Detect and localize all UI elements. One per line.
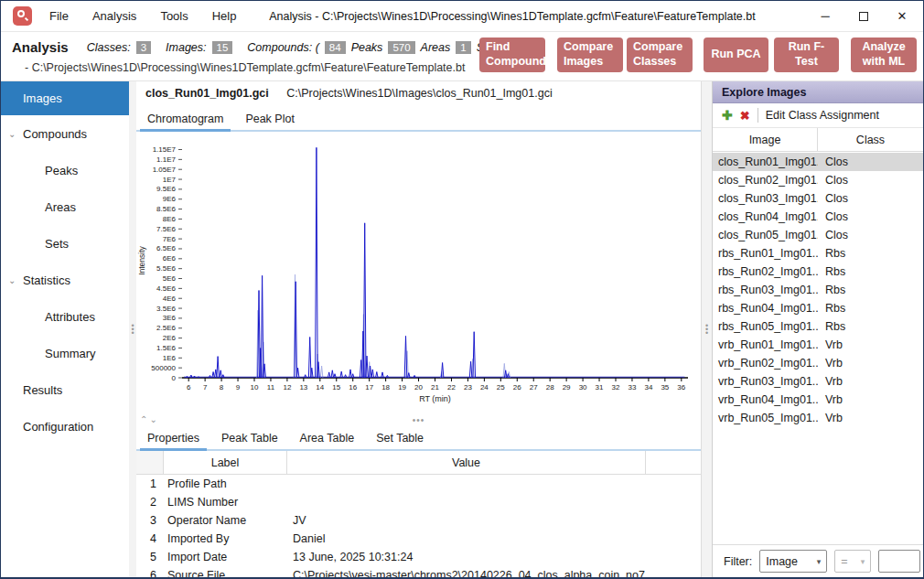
image-row[interactable]: clos_Run01_Img01...Clos	[713, 153, 923, 171]
add-image-icon[interactable]: ✚	[722, 108, 733, 123]
image-name-cell: clos_Run02_Img01...	[713, 174, 818, 187]
chromatogram-chart[interactable]: 05000001E61.5E62E62.5E63E63.5E64E64.5E65…	[136, 134, 701, 412]
svg-text:10: 10	[251, 383, 259, 391]
sidebar-item-compounds[interactable]: ⌄Compounds	[1, 115, 129, 152]
minimize-button[interactable]: ─	[819, 10, 832, 23]
splitter-grip-icon: •••	[413, 415, 425, 425]
collapse-expand-icon[interactable]: ⌃⌄	[140, 414, 159, 424]
property-row-number: 2	[136, 496, 164, 509]
sidebar-item-label: Images	[1, 91, 62, 105]
image-column-header[interactable]: Image	[713, 128, 818, 151]
sidebar-item-areas[interactable]: Areas	[1, 188, 129, 225]
filter-value-input[interactable]	[878, 550, 920, 573]
property-row[interactable]: 3Operator NameJV	[136, 511, 701, 530]
svg-text:6.5E6: 6.5E6	[156, 244, 176, 252]
horizontal-splitter[interactable]: ⌃⌄ •••	[136, 414, 701, 426]
close-button[interactable]: ✕	[896, 10, 908, 23]
sidebar-item-statistics[interactable]: ⌄Statistics	[1, 262, 129, 298]
image-row[interactable]: vrb_Run04_Img01....Vrb	[713, 391, 923, 409]
sidebar-item-configuration[interactable]: Configuration	[1, 408, 129, 445]
menu-item-file[interactable]: File	[38, 9, 81, 23]
compare-classes-button[interactable]: Compare Classes	[627, 38, 693, 72]
sidebar-item-results[interactable]: Results	[1, 371, 129, 408]
tab-chromatogram[interactable]: Chromatogram	[136, 107, 234, 130]
tab-area-table[interactable]: Area Table	[289, 426, 366, 449]
remove-image-icon[interactable]: ✖	[740, 109, 750, 123]
run-pca-button[interactable]: Run PCA	[704, 38, 768, 72]
image-row[interactable]: rbs_Run05_Img01....Rbs	[713, 317, 923, 336]
areas-label: Areas	[421, 41, 451, 54]
svg-text:19: 19	[398, 383, 406, 391]
sidebar-item-sets[interactable]: Sets	[1, 225, 129, 262]
image-detail-panel: clos_Run01_Img01.gci C:\Projects\Wines1D…	[136, 81, 701, 577]
svg-text:6E6: 6E6	[163, 254, 177, 263]
analyze-with-ml-button[interactable]: Analyze with ML	[851, 38, 917, 72]
compare-images-button[interactable]: Compare Images	[557, 38, 623, 72]
chevron-down-icon: ⌄	[8, 129, 16, 139]
label-column-header[interactable]: Label	[164, 451, 287, 474]
value-column-header[interactable]: Value	[287, 451, 646, 474]
class-column-header[interactable]: Class	[818, 128, 923, 151]
image-row[interactable]: rbs_Run02_Img01....Rbs	[713, 263, 923, 281]
sidebar-splitter[interactable]: •••	[129, 81, 136, 577]
image-class-cell: Vrb	[818, 412, 923, 424]
tab-peak-plot[interactable]: Peak Plot	[234, 107, 306, 130]
svg-text:Intensity: Intensity	[137, 245, 146, 274]
filter-operator-select[interactable]: =▾	[834, 550, 871, 573]
property-label: Source File	[164, 569, 287, 577]
image-row[interactable]: rbs_Run03_Img01....Rbs	[713, 281, 923, 299]
svg-text:24: 24	[480, 383, 489, 391]
image-row[interactable]: rbs_Run01_Img01....Rbs	[713, 244, 923, 263]
property-row[interactable]: 2LIMS Number	[136, 493, 701, 511]
sidebar-item-label: Areas	[1, 200, 76, 214]
property-value: JV	[287, 514, 646, 527]
image-row[interactable]: clos_Run05_Img01...Clos	[713, 226, 923, 244]
image-name-cell: rbs_Run02_Img01....	[713, 265, 818, 278]
image-name-cell: vrb_Run03_Img01....	[713, 375, 818, 388]
image-row[interactable]: vrb_Run01_Img01....Vrb	[713, 336, 923, 354]
menu-item-analysis[interactable]: Analysis	[81, 9, 148, 23]
tab-peak-table[interactable]: Peak Table	[210, 426, 289, 449]
menu-item-tools[interactable]: Tools	[148, 9, 199, 23]
svg-text:17: 17	[365, 383, 373, 391]
image-name-cell: vrb_Run02_Img01....	[713, 357, 818, 370]
maximize-button[interactable]	[859, 12, 868, 21]
image-row[interactable]: vrb_Run02_Img01....Vrb	[713, 354, 923, 372]
image-row[interactable]: clos_Run02_Img01...Clos	[713, 171, 923, 189]
property-label: Imported By	[164, 532, 287, 545]
find-compounds-button[interactable]: Find Compounds	[479, 38, 545, 72]
sidebar-item-attributes[interactable]: Attributes	[1, 298, 129, 335]
image-row[interactable]: rbs_Run04_Img01....Rbs	[713, 299, 923, 317]
property-row[interactable]: 5Import Date13 June, 2025 10:31:24	[136, 548, 701, 566]
panel-splitter[interactable]: •••	[701, 81, 713, 577]
property-row[interactable]: 6Source FileC:\Projects\vesi-master\chro…	[136, 566, 701, 577]
property-value: 13 June, 2025 10:31:24	[287, 551, 646, 563]
property-row[interactable]: 1Profile Path	[136, 475, 701, 493]
image-class-cell: Rbs	[818, 320, 923, 333]
property-row[interactable]: 4Imported ByDaniel	[136, 530, 701, 548]
tab-set-table[interactable]: Set Table	[365, 426, 435, 449]
sidebar-item-images[interactable]: Images	[1, 81, 129, 115]
svg-text:9: 9	[236, 383, 241, 391]
tab-properties[interactable]: Properties	[136, 426, 210, 449]
property-row-number: 5	[136, 551, 164, 563]
image-row[interactable]: vrb_Run05_Img01....Vrb	[713, 409, 923, 427]
analysis-file-path: - C:\Projects\Wines1D\Processing\Wines1D…	[25, 61, 465, 74]
svg-text:11: 11	[267, 383, 275, 391]
edit-class-assignment-button[interactable]: Edit Class Assignment	[766, 109, 879, 122]
image-class-cell: Clos	[818, 155, 923, 168]
image-row[interactable]: clos_Run04_Img01...Clos	[713, 208, 923, 226]
filter-field-select[interactable]: Image▾	[759, 550, 827, 573]
svg-text:13: 13	[299, 383, 307, 391]
image-row[interactable]: clos_Run03_Img01...Clos	[713, 189, 923, 208]
image-name-cell: vrb_Run04_Img01....	[713, 393, 818, 406]
svg-text:4E6: 4E6	[163, 295, 177, 303]
image-class-cell: Rbs	[818, 265, 923, 278]
svg-text:36: 36	[677, 383, 685, 391]
svg-text:21: 21	[431, 383, 439, 391]
sidebar-item-peaks[interactable]: Peaks	[1, 152, 129, 188]
filter-bar: Filter: Image▾ =▾	[713, 544, 923, 577]
image-row[interactable]: vrb_Run03_Img01....Vrb	[713, 372, 923, 391]
sidebar-item-summary[interactable]: Summary	[1, 335, 129, 371]
run-f-test-button[interactable]: Run F-Test	[774, 38, 839, 72]
